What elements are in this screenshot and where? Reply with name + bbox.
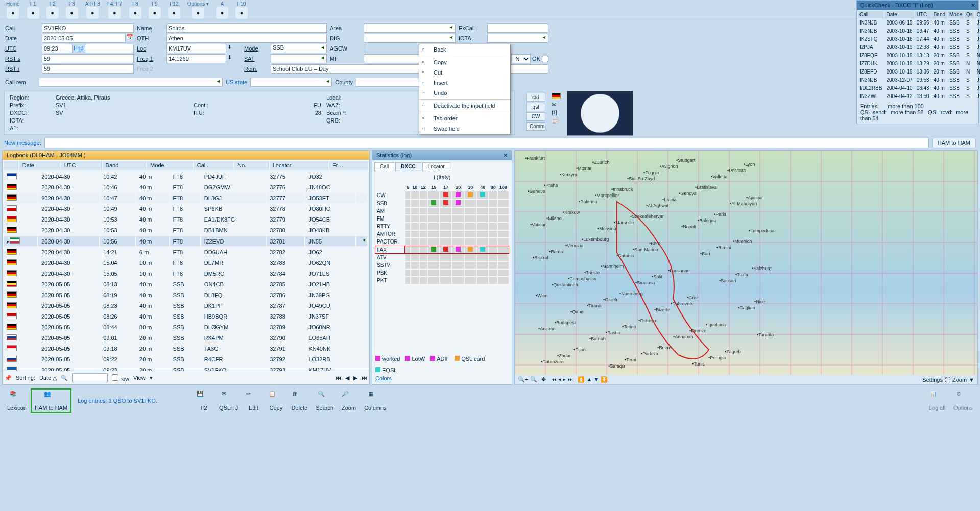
- tb-help[interactable]: F1●: [24, 0, 42, 20]
- tb-cards[interactable]: F4..F7●: [104, 0, 125, 20]
- log-row[interactable]: 2020-05-0509:1820 mSSBTA3G32791KN40NK: [4, 344, 368, 354]
- tb-opts[interactable]: Options ▾●: [184, 0, 212, 20]
- log-search-input[interactable]: [72, 373, 108, 382]
- log-row[interactable]: 2020-05-0509:2320 mSSBSV1FKO32793KM17UV: [4, 366, 368, 371]
- nav-next-icon[interactable]: ▶: [353, 375, 357, 381]
- log-row[interactable]: 2020-04-3010:5340 mFT8EA1/DK8FG32779JO54…: [4, 215, 368, 225]
- log-row[interactable]: 2020-05-0508:1340 mSSBON4CB32785JO21HB: [4, 280, 368, 289]
- news-icon[interactable]: 📰: [552, 118, 561, 125]
- log-row[interactable]: 2020-05-0509:2220 mSSBR4CFR32792LO32RB: [4, 355, 368, 364]
- btn-f2[interactable]: 💾F2: [194, 390, 214, 412]
- tb-save[interactable]: F2●: [43, 0, 62, 20]
- excall-input[interactable]: [487, 23, 548, 33]
- close-icon[interactable]: ✕: [971, 2, 975, 9]
- log-row[interactable]: 2020-05-0508:1940 mSSBDL8FQ32786JN39PG: [4, 290, 368, 300]
- tb-home[interactable]: Home●: [3, 0, 23, 20]
- tb-a[interactable]: A●: [213, 0, 231, 20]
- ctx-undo[interactable]: ▫Undo: [419, 88, 510, 98]
- sat-select[interactable]: [271, 54, 327, 63]
- side-qsl-button[interactable]: qsl: [526, 103, 545, 111]
- log-row[interactable]: 2020-04-3015:0410 mFT8DL7MR32783JO62QN: [4, 258, 368, 268]
- usstate-link[interactable]: US state: [226, 79, 247, 85]
- ctx-swap-field[interactable]: ▫Swap field: [419, 124, 510, 134]
- callrem-select[interactable]: [39, 78, 223, 87]
- log-row[interactable]: 2020-04-3010:4740 mFT8DL3GJ32777JO53ET: [4, 193, 368, 203]
- btn-search[interactable]: 🔍Search: [313, 390, 337, 412]
- row-checkbox[interactable]: [112, 374, 118, 381]
- area-select[interactable]: [364, 23, 456, 33]
- tb-globe2[interactable]: Alt+F3●: [82, 0, 103, 20]
- freq1-input[interactable]: [166, 54, 226, 63]
- anchor-icon[interactable]: 📌: [5, 375, 12, 381]
- nav-first-icon[interactable]: ⏮: [336, 375, 341, 381]
- quickcheck-row[interactable]: IN3NJB2003-12-0709:5340 mSSBSJ: [858, 77, 980, 84]
- calendar-icon[interactable]: 📅: [126, 34, 134, 43]
- side-Comm.-button[interactable]: Comm.: [526, 122, 545, 131]
- log-row[interactable]: 2020-05-0508:2340 mSSBDK1PP32787JO49CU: [4, 301, 368, 311]
- search-icon[interactable]: 🔍: [61, 375, 68, 381]
- mode-select[interactable]: SSB: [271, 44, 327, 53]
- map-settings[interactable]: Settings: [922, 377, 943, 383]
- ctx-cut[interactable]: ▫Cut: [419, 67, 510, 78]
- view-dropdown[interactable]: View: [133, 375, 146, 381]
- ok-checkbox[interactable]: [542, 56, 548, 62]
- qsl-icon[interactable]: ✉: [552, 101, 561, 108]
- iota-select[interactable]: [487, 34, 548, 43]
- btn-delete[interactable]: 🗑Delete: [288, 390, 310, 412]
- quickcheck-row[interactable]: IN3ZWF2004-04-1213:5040 mSSBSJ: [858, 93, 980, 100]
- usstate-select[interactable]: [250, 78, 332, 87]
- ctx-insert[interactable]: ▫Insert: [419, 78, 510, 88]
- zoom-out-icon[interactable]: 🔍-: [530, 376, 539, 383]
- freq-fetch-icon[interactable]: ⬇: [226, 54, 233, 63]
- quickcheck-row[interactable]: I2PJA2003-10-1912:3840 mSSBSJ: [858, 44, 980, 51]
- btn-qslr:-j[interactable]: ✉QSLr: J: [216, 390, 241, 412]
- quickcheck-row[interactable]: IN3NJB2003-10-1806:4740 mSSBSJ: [858, 28, 980, 35]
- btn-zoom[interactable]: 🔎Zoom: [339, 390, 359, 412]
- btn-log-all[interactable]: 📊Log all: [926, 390, 948, 412]
- quickcheck-row[interactable]: IK2SFQ2003-10-1817:4440 mSSBSJ: [858, 36, 980, 43]
- tb-globe[interactable]: F3●: [63, 0, 81, 20]
- btn-ham-to-ham[interactable]: 👥HAM to HAM: [32, 390, 70, 412]
- tab-locator[interactable]: Locator: [422, 162, 450, 171]
- dig-select[interactable]: [364, 34, 456, 43]
- sort-dropdown[interactable]: Date △: [39, 375, 57, 381]
- expand-icon[interactable]: ⛶: [945, 377, 950, 383]
- name-input[interactable]: [166, 23, 327, 33]
- log-row[interactable]: 2020-04-3014:216 mFT8DD6UAH32782JO62: [4, 248, 368, 257]
- log-row[interactable]: 2020-04-3010:5340 mFT8DB1BMN32780JO43KB: [4, 226, 368, 235]
- tab-call[interactable]: Call: [374, 162, 394, 171]
- tb-tools[interactable]: F12●: [165, 0, 183, 20]
- quickcheck-row[interactable]: IN3NJB2003-06-1509:5640 mSSBSJ: [858, 19, 980, 27]
- pan-icon[interactable]: ✥: [541, 376, 546, 383]
- utc-end-input[interactable]: [85, 44, 134, 53]
- ham-to-ham-button[interactable]: HAM to HAM: [932, 138, 976, 148]
- qth-input[interactable]: [166, 34, 327, 43]
- rsts-input[interactable]: [42, 54, 134, 63]
- tb-qsl[interactable]: F9●: [146, 0, 164, 20]
- rstr-input[interactable]: [42, 64, 134, 74]
- quickcheck-row[interactable]: IZ8EFD2003-10-1913:3620 mSSBNN: [858, 68, 980, 76]
- quickcheck-row[interactable]: IZ7DUK2003-10-1913:2920 mSSBNN: [858, 60, 980, 67]
- log-row[interactable]: 2020-05-0508:4480 mSSBDLØGYM32789JO60NR: [4, 323, 368, 332]
- loc-input[interactable]: [166, 44, 226, 53]
- ctx-deactivate-the-input-field[interactable]: ▫Deactivate the input field: [419, 101, 510, 111]
- loc-fetch-icon[interactable]: ⬇: [226, 44, 233, 53]
- utc-input[interactable]: [42, 44, 73, 53]
- message-input[interactable]: [44, 138, 929, 148]
- side-CW-button[interactable]: CW: [526, 112, 545, 121]
- colors-link[interactable]: Colors: [375, 375, 509, 381]
- close-icon[interactable]: ✕: [503, 152, 508, 159]
- zoom-in-icon[interactable]: 🔍+: [518, 376, 528, 383]
- quickcheck-row[interactable]: IZ8EQF2003-10-1913:1320 mSSBSN: [858, 52, 980, 59]
- log-row[interactable]: 2020-04-3010:4240 mFT8PD4JUF32775JO32: [4, 172, 368, 182]
- tab-dxcc[interactable]: DXCC: [395, 162, 421, 171]
- ctx-tab-order[interactable]: ▫Tab order: [419, 113, 510, 124]
- zoom-toggle-icon[interactable]: ▼: [969, 377, 974, 383]
- tb-map[interactable]: F8●: [126, 0, 145, 20]
- n-select[interactable]: N: [511, 54, 531, 63]
- call-input[interactable]: [42, 23, 134, 33]
- btn-options[interactable]: ⚙Options: [950, 390, 976, 412]
- log-row[interactable]: 2020-04-3015:0510 mFT8DM5RC32784JO71ES: [4, 269, 368, 279]
- date-input[interactable]: [42, 34, 126, 43]
- quickcheck-row[interactable]: I/DL2RBB2004-04-1008:4340 mSSBSJ: [858, 85, 980, 92]
